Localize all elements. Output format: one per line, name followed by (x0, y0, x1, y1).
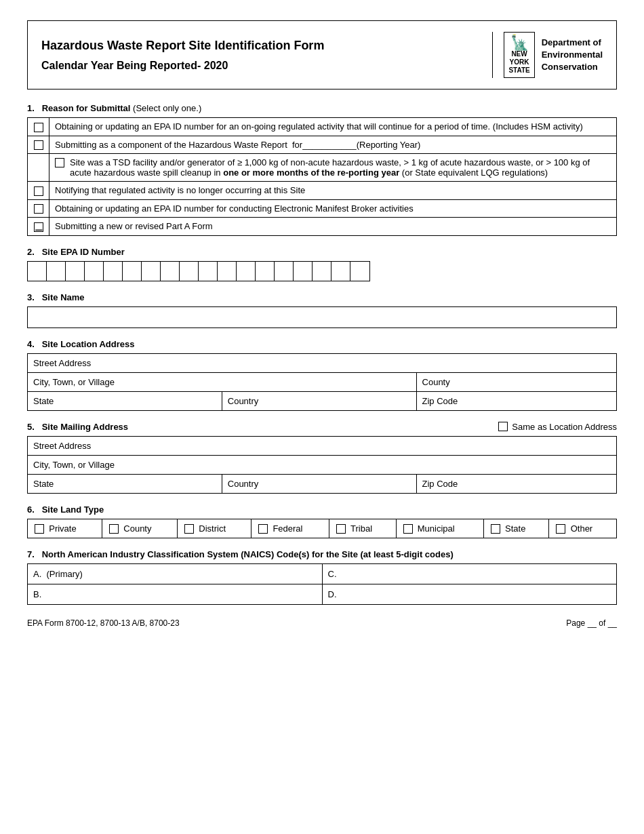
checkbox-5[interactable] (34, 204, 43, 214)
municipal-checkbox[interactable] (403, 524, 413, 534)
table-row: Obtaining or updating an EPA ID number f… (28, 199, 617, 218)
footer: EPA Form 8700-12, 8700-13 A/B, 8700-23 P… (27, 618, 617, 628)
district-checkbox[interactable] (184, 524, 194, 534)
section6-heading: Site Land Type (42, 504, 104, 515)
federal-checkbox[interactable] (258, 524, 268, 534)
epa-id-box-9[interactable] (180, 262, 199, 281)
epa-id-box-16[interactable] (313, 262, 331, 281)
mail-country-field[interactable]: Country (222, 474, 416, 493)
epa-id-box-11[interactable] (218, 262, 237, 281)
mail-street-field[interactable]: Street Address (28, 436, 617, 455)
site-name-input[interactable] (27, 306, 617, 328)
checkbox-4[interactable] (34, 186, 43, 196)
row2-text: Submitting as a component of the Hazardo… (49, 136, 617, 154)
epa-id-box-3[interactable] (66, 262, 85, 281)
land-other[interactable]: Other (549, 519, 617, 538)
county-checkbox[interactable] (109, 524, 119, 534)
epa-id-box-1[interactable] (28, 262, 47, 281)
epa-id-box-6[interactable] (123, 262, 142, 281)
section1-heading: Reason for Submittal (42, 103, 131, 113)
epa-id-box-2[interactable] (47, 262, 66, 281)
section4-real-num: 4. (27, 339, 39, 349)
checkbox-cell-2[interactable] (28, 136, 49, 154)
checkbox-3[interactable] (55, 158, 64, 167)
checkbox-1[interactable] (34, 123, 43, 132)
row3-nested: Site was a TSD facility and/or generator… (49, 154, 617, 182)
loc-street-field[interactable]: Street Address (28, 353, 617, 372)
footer-left: EPA Form 8700-12, 8700-13 A/B, 8700-23 (27, 618, 180, 628)
loc-city-field[interactable]: City, Town, or Village (28, 372, 417, 391)
logo-text-york: YORK (510, 58, 529, 66)
mail-state-field[interactable]: State (28, 474, 222, 493)
checkbox-cell-6[interactable]: ⚊ (28, 218, 49, 236)
land-tribal[interactable]: Tribal (329, 519, 397, 538)
section5-num: 5. (27, 422, 39, 432)
epa-id-box-18[interactable] (350, 262, 369, 281)
epa-id-box-17[interactable] (331, 262, 350, 281)
loc-country-field[interactable]: Country (222, 391, 416, 410)
location-addr-table: Street Address City, Town, or Village Co… (27, 353, 617, 411)
section1-table: Obtaining or updating an EPA ID number f… (27, 117, 617, 236)
epa-id-box-8[interactable] (161, 262, 180, 281)
row1-text: Obtaining or updating an EPA ID number f… (49, 118, 617, 136)
same-as-location: Same as Location Address (498, 422, 617, 432)
mail-city-field[interactable]: City, Town, or Village (28, 455, 617, 474)
land-state[interactable]: State (483, 519, 549, 538)
checkbox-2[interactable] (34, 140, 43, 150)
mail-zip-field[interactable]: Zip Code (416, 474, 616, 493)
dept-line2: Environmental (542, 49, 603, 61)
checkbox-cell-5[interactable] (28, 199, 49, 218)
section5-title: 5. Site Mailing Address (27, 422, 128, 432)
checkbox-cell-1[interactable] (28, 118, 49, 136)
epa-id-field (27, 261, 370, 281)
land-county[interactable]: County (102, 519, 178, 538)
loc-county-field[interactable]: County (416, 372, 616, 391)
section2: 2. Site EPA ID Number (27, 247, 617, 281)
private-checkbox[interactable] (35, 524, 44, 534)
checkbox-cell-4[interactable] (28, 182, 49, 200)
land-district[interactable]: District (178, 519, 251, 538)
epa-id-box-7[interactable] (142, 262, 161, 281)
epa-id-box-12[interactable] (237, 262, 256, 281)
dept-text: Department of Environmental Conservation (542, 37, 603, 74)
mail-city-row: City, Town, or Village (28, 455, 617, 474)
row3-text: Site was a TSD facility and/or generator… (70, 157, 611, 178)
section1-title: 1. Reason for Submittal (Select only one… (27, 103, 617, 113)
same-as-label: Same as Location Address (512, 422, 617, 432)
nys-logo: 🗽 NEW YORK STATE (504, 32, 534, 78)
tribal-checkbox[interactable] (336, 524, 346, 534)
state-checkbox[interactable] (491, 524, 500, 534)
naics-c[interactable]: C. (322, 564, 617, 584)
loc-state-field[interactable]: State (28, 391, 222, 410)
same-as-checkbox[interactable] (498, 422, 508, 431)
land-federal[interactable]: Federal (251, 519, 329, 538)
land-type-row: Private County District Federal Tribal M (28, 519, 617, 538)
section4-real-heading: Site Location Address (42, 339, 135, 349)
epa-id-box-4[interactable] (85, 262, 104, 281)
other-checkbox[interactable] (556, 524, 565, 534)
table-row: ⚊ Submitting a new or revised Part A For… (28, 218, 617, 236)
section2-num: 2. (27, 247, 39, 257)
naics-d[interactable]: D. (322, 584, 617, 605)
naics-b[interactable]: B. (28, 584, 323, 605)
table-row: Obtaining or updating an EPA ID number f… (28, 118, 617, 136)
row4-text: Notifying that regulated activity is no … (49, 182, 617, 200)
logo-text-state: STATE (508, 66, 529, 75)
land-municipal[interactable]: Municipal (396, 519, 483, 538)
loc-zip-field[interactable]: Zip Code (416, 391, 616, 410)
epa-id-box-5[interactable] (104, 262, 123, 281)
row6-text: Submitting a new or revised Part A Form (49, 218, 617, 236)
naics-a[interactable]: A. (Primary) (28, 564, 323, 584)
loc-state-row: State Country Zip Code (28, 391, 617, 410)
epa-id-box-14[interactable] (275, 262, 294, 281)
dept-line3: Conservation (542, 61, 603, 73)
section3-num: 3. (27, 292, 39, 302)
epa-id-box-10[interactable] (199, 262, 218, 281)
table-row: Submitting as a component of the Hazardo… (28, 136, 617, 154)
checkbox-6[interactable]: ⚊ (34, 222, 43, 232)
epa-id-box-15[interactable] (294, 262, 313, 281)
form-subtitle: Calendar Year Being Reported- 2020 (41, 60, 324, 72)
epa-id-box-13[interactable] (256, 262, 275, 281)
land-private[interactable]: Private (28, 519, 102, 538)
table-row: Notifying that regulated activity is no … (28, 182, 617, 200)
